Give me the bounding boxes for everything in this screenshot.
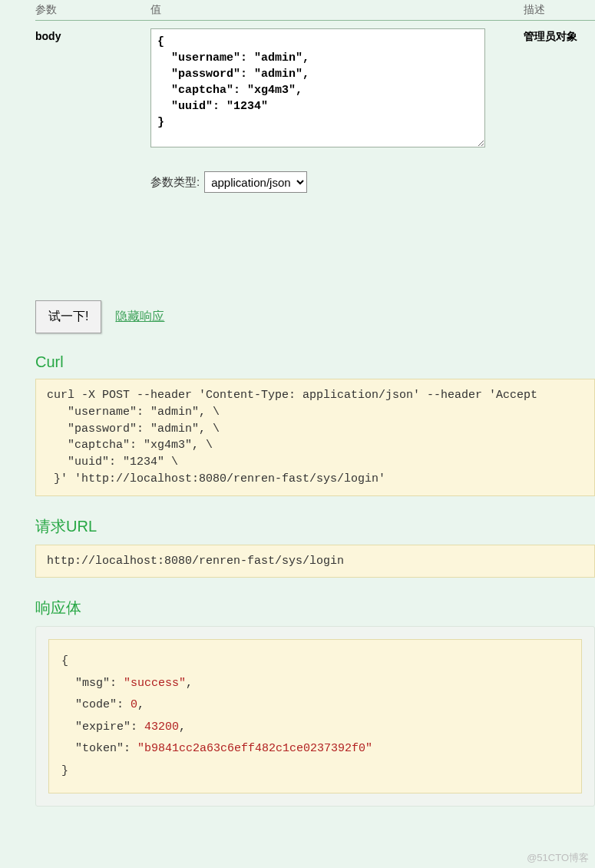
body-input[interactable]: [150, 28, 485, 147]
param-row-body: body 参数类型: application/json 管理员对象: [35, 21, 595, 200]
parameters-table: 参数 值 描述 body 参数类型: application/json 管理员对…: [35, 0, 595, 200]
curl-block[interactable]: curl -X POST --header 'Content-Type: app…: [35, 379, 595, 496]
response-body-title: 响应体: [35, 598, 595, 618]
request-url-block[interactable]: http://localhost:8080/renren-fast/sys/lo…: [35, 545, 595, 578]
request-url-title: 请求URL: [35, 516, 595, 537]
param-desc: 管理员对象: [524, 28, 595, 44]
response-body-block[interactable]: { "msg": "success", "code": 0, "expire":…: [48, 639, 582, 793]
header-desc: 描述: [524, 3, 595, 17]
response-body-wrap: { "msg": "success", "code": 0, "expire":…: [35, 626, 595, 807]
param-name: body: [35, 28, 150, 42]
param-type-select[interactable]: application/json: [204, 171, 307, 193]
curl-title: Curl: [35, 353, 595, 371]
param-header-row: 参数 值 描述: [35, 0, 595, 21]
header-param: 参数: [35, 3, 150, 17]
hide-response-link[interactable]: 隐藏响应: [115, 309, 164, 325]
header-value: 值: [150, 3, 524, 17]
try-button[interactable]: 试一下!: [35, 300, 101, 333]
param-type-label: 参数类型:: [150, 175, 200, 190]
